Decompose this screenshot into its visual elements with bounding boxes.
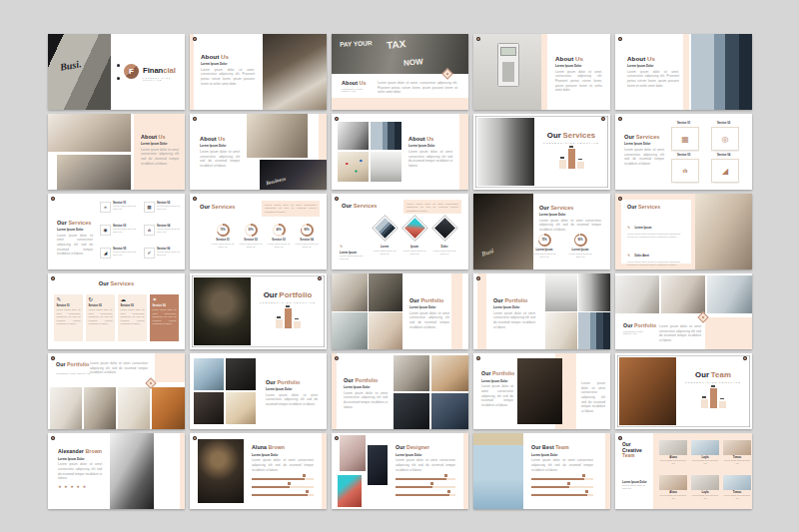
slide-13-services-diamonds[interactable]: OurServices Lorem ipsum dolor sit amet c…: [332, 194, 468, 269]
body-text: Lorem ipsum dolor sit amet consectetur a…: [141, 148, 179, 167]
divider-tagline: Presentation Template: [543, 142, 599, 145]
team-member-card: AlunaLorem ipsum dolor sit amet elit: [659, 475, 687, 500]
subheading: Lorem Ipsum Dolor: [200, 144, 240, 148]
slide-26-member-alexander[interactable]: AlexanderBrown Lorem Ipsum Dolor Lorem i…: [48, 433, 185, 509]
subheading: Lorem Ipsum Dolor: [57, 228, 93, 232]
about-content: AboutUs Lorem Ipsum Dolor Lorem ipsum do…: [200, 136, 240, 168]
workspace-photo: [50, 387, 82, 429]
hands-photo: [369, 312, 402, 349]
heading-accent: Services: [110, 280, 134, 286]
slide-28-our-designer[interactable]: OurDesigner Lorem Ipsum Dolor Lorem ipsu…: [332, 433, 468, 509]
slide-14-services-stats[interactable]: Busi OurServices Lorem Ipsum Dolor Lorem…: [473, 194, 610, 269]
slide-05-about-tower[interactable]: AboutUs Lorem Ipsum Dolor Lorem ipsum do…: [615, 34, 752, 110]
body-text: Lorem ipsum dolor sit amet consectetur a…: [624, 148, 664, 167]
service-card: ☁Service 03Lorem ipsum dolor sit amet co…: [118, 294, 147, 341]
slide-21-portfolio-row[interactable]: OurPortfolio Presentation Template Lorem…: [48, 353, 185, 429]
body-text: Lorem ipsum dolor sit amet consectetur a…: [90, 361, 148, 375]
portfolio-content: OurPortfolio Lorem Ipsum Dolor Lorem ips…: [344, 377, 388, 409]
service-box: ▦: [671, 127, 699, 151]
bullet-label: Dolor Amet: [634, 255, 648, 258]
tax-text: TAX: [386, 38, 405, 51]
receipts-photo: [338, 152, 369, 182]
slide-08-about-grid[interactable]: AboutUs Lorem Ipsum Dolor Lorem ipsum do…: [332, 114, 468, 190]
services-content: OurServices Lorem Ipsum Dolor Lorem ipsu…: [539, 205, 601, 231]
about-content: AboutUs Presentation Template: [342, 80, 372, 92]
slide-03-about-tax[interactable]: PAY YOUR TAX NOW AboutUs Presentation Te…: [332, 34, 468, 110]
logo-dot-icon: [743, 356, 747, 360]
accent-stripe: [332, 353, 337, 429]
skill-bar: [396, 478, 455, 480]
slide-11-services-list[interactable]: OurServices Lorem Ipsum Dolor Lorem ipsu…: [48, 194, 185, 269]
slide-27-member-aluna[interactable]: AlunaBrown Lorem Ipsum Dolor Lorem ipsum…: [190, 433, 327, 509]
slide-22-portfolio-portraits[interactable]: OurPortfolio Lorem Ipsum Dolor Lorem ips…: [190, 353, 327, 429]
slide-15-services-card[interactable]: OurServices ✎ Lorem Ipsum Lorem ipsum do…: [615, 194, 752, 269]
logo-dot-icon: [193, 117, 197, 121]
body-text: Lorem ipsum dolor sit amet consectetur a…: [659, 324, 701, 343]
subheading: Lorem Ipsum Dolor: [539, 213, 601, 217]
logo-letter: F: [129, 67, 134, 76]
heading-dark: Our: [695, 370, 709, 379]
slide-19-portfolio-grid[interactable]: OurPortfolio Lorem Ipsum Dolor Lorem ips…: [473, 273, 610, 349]
heading-accent: Portfolio: [279, 290, 312, 299]
slide-02-about[interactable]: AboutUs Lorem Ipsum Dolor Lorem ipsum do…: [190, 34, 327, 110]
logo-dot-icon: [476, 37, 480, 41]
about-content: AboutUs Lorem Ipsum Dolor Lorem ipsum do…: [627, 55, 679, 88]
slide-01-cover[interactable]: Busi. F Financial Presentation Template: [48, 34, 185, 110]
bullet-text: Lorem ipsum dolor sit amet consectetur a…: [627, 261, 683, 267]
heading-dark: Our: [342, 203, 352, 209]
sketch-icon: ✎: [57, 297, 81, 303]
slide-04-about-calc[interactable]: AboutUs Lorem Ipsum Dolor Lorem ipsum do…: [473, 34, 610, 110]
slide-29-best-team[interactable]: Our BestTeam Lorem Ipsum Dolor Lorem ips…: [473, 433, 610, 509]
slide-24-portfolio-center[interactable]: OurPortfolio Lorem Ipsum Dolor Lorem ips…: [473, 353, 610, 429]
slide-17-portfolio-divider[interactable]: OurPortfolio Presentation Template: [190, 273, 327, 349]
crowd-photo: [477, 118, 534, 186]
member-first-name: Aluna: [252, 444, 267, 450]
brand-wordmark: Financial Presentation Template: [143, 66, 185, 81]
slide-10-services-boxes[interactable]: OurServices Lorem Ipsum Dolor Lorem ipsu…: [615, 114, 752, 190]
corridor-photo: [371, 152, 401, 182]
heading-accent: Portfolio: [420, 297, 443, 303]
portrait-photo: [226, 358, 256, 390]
slide-30-creative-team[interactable]: Our CreativeTeam Lorem Ipsum Dolor Lorem…: [615, 433, 752, 509]
office-photo: [338, 122, 369, 150]
slide-25-team-divider[interactable]: OurTeam Presentation Template: [615, 353, 752, 429]
donut-text: Lorem ipsum dolor sit amet elit: [531, 253, 557, 260]
slide-12-services-donuts[interactable]: OurServices Lorem ipsum dolor sit amet c…: [190, 194, 327, 269]
logo-dot-icon: [618, 117, 622, 121]
calculator-photo: [473, 34, 541, 110]
logo-dot-icon: [335, 197, 339, 201]
interior-photo: [615, 275, 659, 313]
portfolio-content: OurPortfolio Lorem Ipsum Dolor Lorem ips…: [481, 371, 513, 408]
subheading: Lorem Ipsum Dolor: [531, 453, 593, 457]
slide-09-services-divider[interactable]: OurServices Presentation Template: [473, 114, 610, 190]
pen-icon: ✎: [627, 254, 630, 258]
signal-icon: ılı: [682, 168, 687, 174]
portfolio-content: OurPortfolio Presentation Template: [623, 323, 655, 334]
slide-16-services-cards[interactable]: OurServices ✎Service 01Lorem ipsum dolor…: [48, 273, 185, 349]
diamond-photo: [373, 216, 397, 240]
bullet-label: Lorem Ipsum: [634, 227, 651, 230]
slide-18-portfolio-collage[interactable]: OurPortfolio Lorem Ipsum Dolor Lorem ips…: [332, 273, 468, 349]
slide-06-about-collage[interactable]: AboutUs Lorem Ipsum Dolor Lorem ipsum do…: [48, 114, 185, 190]
intro-box: Lorem ipsum dolor sit amet consectetur a…: [262, 201, 320, 217]
heading-dark: About: [555, 55, 573, 62]
heading-dark: Our: [57, 220, 67, 226]
rating-stars: ★ ★ ★ ★ ★: [58, 484, 102, 489]
donut-value: 40%: [274, 226, 284, 236]
member-content: OurDesigner Lorem Ipsum Dolor Lorem ipsu…: [396, 445, 455, 496]
slide-23-portfolio-grid2[interactable]: OurPortfolio Lorem Ipsum Dolor Lorem ips…: [332, 353, 468, 429]
service-item: ◉Service 03Lorem ipsum dolor sit amet el…: [100, 225, 141, 236]
bar: [719, 401, 726, 409]
bar: [701, 399, 708, 408]
lounge-photo: [332, 312, 368, 349]
member-text: Lorem ipsum dolor sit amet elit: [691, 459, 719, 465]
services-card: OurServices ✎ Lorem Ipsum Lorem ipsum do…: [621, 200, 691, 264]
bar-chart: [701, 388, 726, 408]
slide-20-portfolio-wide[interactable]: OurPortfolio Presentation Template Lorem…: [615, 273, 752, 349]
papers-photo: [118, 387, 150, 429]
services-content: OurServices Lorem Ipsum Dolor Lorem ipsu…: [57, 220, 93, 257]
slide-07-about-business[interactable]: AboutUs Lorem Ipsum Dolor Lorem ipsum do…: [190, 114, 327, 190]
skyscraper-photo: [691, 34, 752, 110]
service-text: Lorem ipsum dolor sit amet elit: [157, 228, 185, 235]
logo-dot-icon: [476, 276, 480, 280]
